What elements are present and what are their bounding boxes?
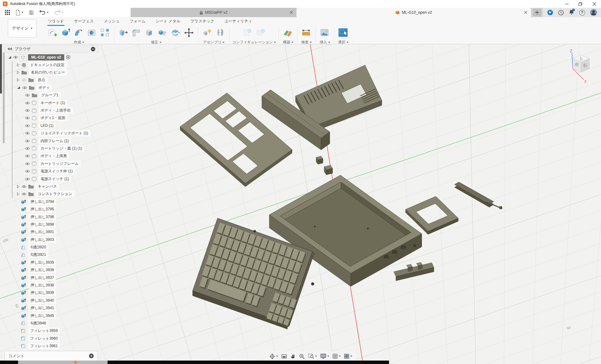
feature-item-label[interactable]: フィレット3960 — [28, 335, 60, 342]
group-label-create[interactable]: 作成 — [46, 40, 111, 45]
feature-item[interactable]: 押し出し3901 — [21, 228, 99, 236]
ribbon-tab[interactable]: プラスチック — [190, 18, 215, 26]
display-settings-button[interactable] — [320, 353, 330, 360]
visibility-eye-icon[interactable] — [25, 109, 30, 112]
select-icon[interactable] — [337, 26, 349, 40]
tree-item-label[interactable]: 電源スイッチ枠 (1) — [38, 168, 75, 175]
tree-item-label[interactable]: カートリッジ・蓋 (1) (1) — [38, 145, 84, 152]
feature-item[interactable]: 押し出し3941 — [21, 304, 99, 312]
feature-item-label[interactable]: フィレット3959 — [28, 328, 60, 334]
expand-arrow-icon[interactable] — [17, 63, 20, 67]
browser-tree-item[interactable]: 名前の付いたビュー — [17, 69, 99, 76]
viewports-button[interactable] — [343, 353, 353, 360]
activate-radio-icon[interactable] — [66, 55, 70, 60]
construction-plane-icon[interactable] — [282, 26, 294, 40]
feature-item-label[interactable]: 押し出し3939 — [28, 290, 56, 296]
collapse-panel-icon[interactable] — [7, 47, 12, 50]
pan-button[interactable] — [290, 353, 296, 360]
feature-item[interactable]: 押し出し3945 — [21, 312, 99, 319]
visibility-eye-icon[interactable] — [22, 192, 26, 196]
feature-item-label[interactable]: 押し出し3935 — [28, 259, 56, 266]
ribbon-tab[interactable]: ユーティリティ — [224, 18, 253, 26]
feature-item-label[interactable]: 押し出し3938 — [28, 282, 56, 289]
browser-panel-header[interactable]: ブラウザ — [4, 45, 99, 53]
workspace-selector[interactable]: デザイン — [8, 19, 36, 37]
extrude-icon[interactable] — [60, 26, 72, 40]
tree-item-label[interactable]: ドキュメントの設定 — [28, 62, 67, 68]
expand-arrow-icon[interactable] — [8, 56, 12, 59]
fit-button[interactable] — [307, 353, 318, 360]
user-avatar[interactable] — [590, 9, 597, 16]
file-menu-button[interactable] — [15, 10, 23, 16]
visibility-eye-icon[interactable] — [25, 116, 30, 120]
visibility-eye-off-icon[interactable] — [22, 78, 26, 82]
visibility-eye-icon[interactable] — [25, 154, 30, 158]
browser-tree-item[interactable]: 電源スイッチ枠 (1) — [25, 167, 99, 175]
visibility-eye-icon[interactable] — [25, 139, 30, 143]
visibility-eye-icon[interactable] — [25, 132, 30, 135]
tree-item-label[interactable]: LED (1) — [38, 123, 55, 128]
group-label-select[interactable]: 選択 — [337, 40, 349, 45]
feature-item-label[interactable]: 押し出し3903 — [28, 237, 56, 243]
browser-tree-item[interactable]: ボディ・上面奥 — [25, 152, 99, 160]
browser-tree-item[interactable]: ジョイスティックポート (1) — [25, 130, 99, 137]
tree-item-label[interactable]: 電源スイッチ (1) — [38, 176, 71, 182]
feature-item-label[interactable]: 押し出し3795 — [28, 206, 56, 213]
grid-settings-button[interactable] — [332, 353, 341, 360]
extensions-icon[interactable] — [547, 9, 553, 16]
feature-item-label[interactable]: 押し出し3796 — [28, 214, 56, 220]
press-pull-icon[interactable] — [117, 26, 130, 40]
browser-tree-item[interactable]: カートリッジフレーム — [25, 160, 99, 167]
close-tab-icon[interactable] — [290, 10, 293, 15]
look-at-button[interactable] — [281, 353, 288, 360]
close-window-button[interactable] — [587, 0, 601, 8]
new-component-icon[interactable] — [201, 26, 214, 40]
comment-bar[interactable]: コメント — [4, 351, 98, 361]
feature-item[interactable]: 押し出し3936 — [21, 266, 99, 274]
visibility-eye-icon[interactable] — [25, 147, 30, 150]
tree-item-label[interactable]: ジョイスティックポート (1) — [38, 130, 90, 136]
doc-tab-active[interactable]: ML-G10_open v2 — [296, 8, 531, 17]
feature-item[interactable]: 押し出し3939 — [21, 289, 99, 297]
feature-item[interactable]: 押し出し3794 — [21, 198, 99, 205]
tree-item-label[interactable]: グループ1 — [39, 92, 61, 98]
feature-item-label[interactable]: 押し出し3901 — [28, 229, 56, 235]
joint-icon[interactable] — [214, 26, 227, 40]
hole-icon[interactable] — [86, 26, 98, 40]
app-grid-icon[interactable] — [5, 10, 10, 15]
remove-panel-icon[interactable] — [91, 47, 95, 51]
feature-item-label[interactable]: 押し出し3898 — [28, 221, 56, 228]
browser-tree-item[interactable]: キーボード (1) — [25, 99, 99, 107]
revolve-icon[interactable] — [73, 26, 85, 40]
combine-icon[interactable] — [156, 26, 169, 40]
history-clock-icon[interactable] — [558, 10, 564, 16]
taskbar-app-icon[interactable] — [74, 361, 77, 364]
minimize-button[interactable] — [560, 0, 574, 8]
save-button[interactable] — [29, 10, 34, 15]
zoom-button[interactable] — [298, 353, 305, 360]
feature-item-label[interactable]: 押し出し3937 — [28, 275, 56, 281]
feature-item-label[interactable]: 押し出し3794 — [28, 199, 56, 205]
close-tab-icon[interactable] — [524, 10, 527, 15]
group-label-assemble[interactable]: アセンブリ — [201, 40, 227, 45]
tree-item-label[interactable]: ボディ・上面奥 — [38, 153, 69, 159]
fillet-icon[interactable] — [130, 26, 143, 40]
browser-tree-item[interactable]: 内部フレーム (1) — [25, 137, 99, 145]
expand-arrow-icon[interactable] — [17, 192, 20, 196]
expand-arrow-icon[interactable] — [17, 71, 20, 74]
tree-item-label[interactable]: ボディ — [36, 84, 52, 91]
feature-item-label[interactable]: フィレット3961 — [28, 343, 60, 349]
browser-tree-item[interactable]: LED (1) — [25, 122, 99, 129]
viewcube-face-top[interactable]: 上 — [579, 56, 583, 61]
tree-item-label[interactable]: カートリッジフレーム — [38, 160, 81, 167]
feature-item[interactable]: 押し出し3795 — [21, 205, 99, 213]
tree-item-label[interactable]: ボディ・上面手前 — [38, 107, 73, 114]
group-label-configure[interactable]: コンフィギュレーション — [233, 40, 276, 45]
shell-icon[interactable] — [143, 26, 156, 40]
expand-arrow-icon[interactable] — [17, 185, 20, 188]
visibility-eye-icon[interactable] — [22, 86, 27, 89]
visibility-eye-icon[interactable] — [25, 124, 30, 127]
browser-tree-item[interactable]: カートリッジ・蓋 (1) (1) — [25, 145, 99, 152]
visibility-eye-icon[interactable] — [25, 93, 30, 97]
feature-item-label[interactable]: 押し出し3941 — [28, 305, 56, 311]
